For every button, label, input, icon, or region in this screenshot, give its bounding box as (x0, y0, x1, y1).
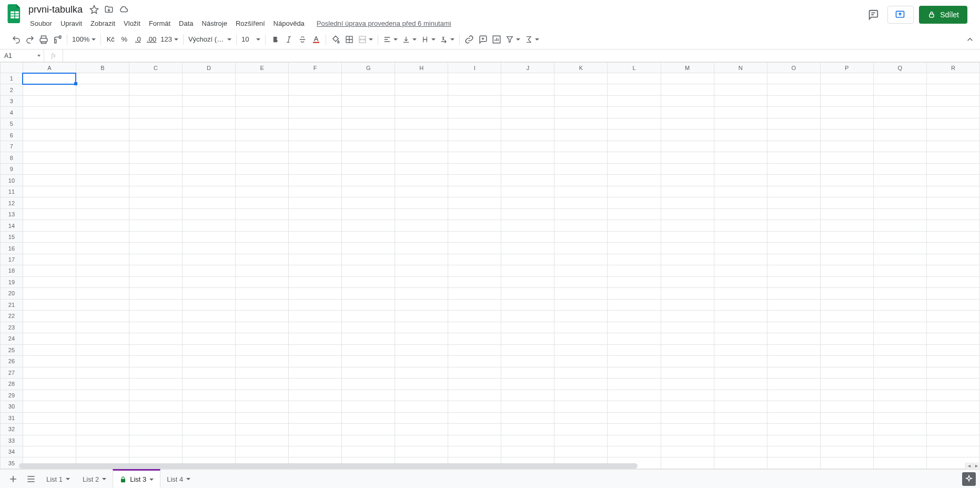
cell[interactable] (342, 379, 395, 390)
cell[interactable] (289, 141, 342, 152)
cell[interactable] (661, 186, 714, 197)
cell[interactable] (23, 118, 76, 129)
cell[interactable] (342, 299, 395, 310)
cell[interactable] (926, 299, 979, 310)
cell[interactable] (76, 390, 129, 401)
cell[interactable] (767, 322, 820, 333)
cell[interactable] (129, 401, 182, 412)
cell[interactable] (236, 367, 289, 378)
cell[interactable] (554, 197, 608, 208)
cell[interactable] (448, 446, 501, 457)
cell[interactable] (714, 197, 767, 208)
cell[interactable] (926, 84, 979, 95)
cell[interactable] (767, 84, 820, 95)
cell[interactable] (182, 401, 235, 412)
cell[interactable] (926, 163, 979, 174)
cell[interactable] (714, 344, 767, 355)
cell[interactable] (554, 446, 608, 457)
cell[interactable] (395, 435, 448, 446)
cell[interactable] (554, 107, 608, 118)
cell[interactable] (129, 152, 182, 163)
cell[interactable] (554, 243, 608, 254)
cell[interactable] (395, 95, 448, 106)
cell[interactable] (395, 412, 448, 423)
cell[interactable] (342, 401, 395, 412)
cell[interactable] (76, 243, 129, 254)
cell[interactable] (395, 163, 448, 174)
row-header[interactable]: 14 (1, 220, 23, 231)
cell[interactable] (926, 446, 979, 457)
cell[interactable] (289, 435, 342, 446)
add-sheet-button[interactable] (4, 470, 22, 488)
cell[interactable] (23, 220, 76, 231)
cell[interactable] (289, 163, 342, 174)
cell[interactable] (661, 84, 714, 95)
cell[interactable] (873, 299, 926, 310)
cell[interactable] (395, 356, 448, 367)
cell[interactable] (661, 141, 714, 152)
cell[interactable] (873, 401, 926, 412)
cell[interactable] (395, 231, 448, 242)
menu-extensions[interactable]: Rozšíření (232, 18, 269, 28)
cell[interactable] (767, 175, 820, 186)
cell[interactable] (342, 243, 395, 254)
cell[interactable] (342, 276, 395, 287)
cell[interactable] (448, 208, 501, 220)
cell[interactable] (661, 220, 714, 231)
present-button[interactable] (887, 6, 914, 24)
cell[interactable] (554, 208, 608, 220)
cell[interactable] (661, 333, 714, 344)
cell[interactable] (714, 265, 767, 276)
cell[interactable] (926, 344, 979, 355)
cell[interactable] (289, 84, 342, 95)
cell[interactable] (501, 73, 554, 84)
formula-input[interactable] (63, 49, 980, 62)
cell[interactable] (873, 356, 926, 367)
cell[interactable] (236, 288, 289, 299)
increase-decimal-button[interactable]: .00 (145, 33, 158, 46)
collapse-toolbar-button[interactable] (963, 33, 977, 46)
cell[interactable] (767, 254, 820, 265)
cell[interactable] (395, 84, 448, 95)
cell[interactable] (926, 412, 979, 423)
cell[interactable] (236, 424, 289, 435)
column-header[interactable]: F (289, 63, 342, 73)
cell[interactable] (129, 220, 182, 231)
cell[interactable] (182, 265, 235, 276)
cell[interactable] (661, 197, 714, 208)
cell[interactable] (289, 208, 342, 220)
cell[interactable] (129, 231, 182, 242)
cell[interactable] (23, 390, 76, 401)
cell[interactable] (873, 186, 926, 197)
row-header[interactable]: 13 (1, 208, 23, 220)
scroll-arrows[interactable]: ◄► (965, 463, 980, 469)
cell[interactable] (608, 401, 661, 412)
row-header[interactable]: 29 (1, 390, 23, 401)
cell[interactable] (448, 265, 501, 276)
cell[interactable] (342, 390, 395, 401)
cell[interactable] (873, 322, 926, 333)
cell[interactable] (448, 197, 501, 208)
cell[interactable] (608, 299, 661, 310)
cell[interactable] (342, 344, 395, 355)
cell[interactable] (76, 288, 129, 299)
cell[interactable] (236, 197, 289, 208)
row-header[interactable]: 18 (1, 265, 23, 276)
cell[interactable] (767, 390, 820, 401)
cell[interactable] (820, 424, 873, 435)
cell[interactable] (714, 333, 767, 344)
cell[interactable] (714, 130, 767, 141)
cell[interactable] (767, 265, 820, 276)
cell[interactable] (342, 197, 395, 208)
cell[interactable] (395, 254, 448, 265)
cell[interactable] (554, 254, 608, 265)
cell[interactable] (873, 208, 926, 220)
column-header[interactable]: G (342, 63, 395, 73)
cell[interactable] (608, 197, 661, 208)
cell[interactable] (23, 84, 76, 95)
cell[interactable] (608, 435, 661, 446)
cell[interactable] (289, 299, 342, 310)
cell[interactable] (23, 243, 76, 254)
cell[interactable] (342, 118, 395, 129)
font-size-dropdown[interactable]: 10 (239, 33, 262, 46)
